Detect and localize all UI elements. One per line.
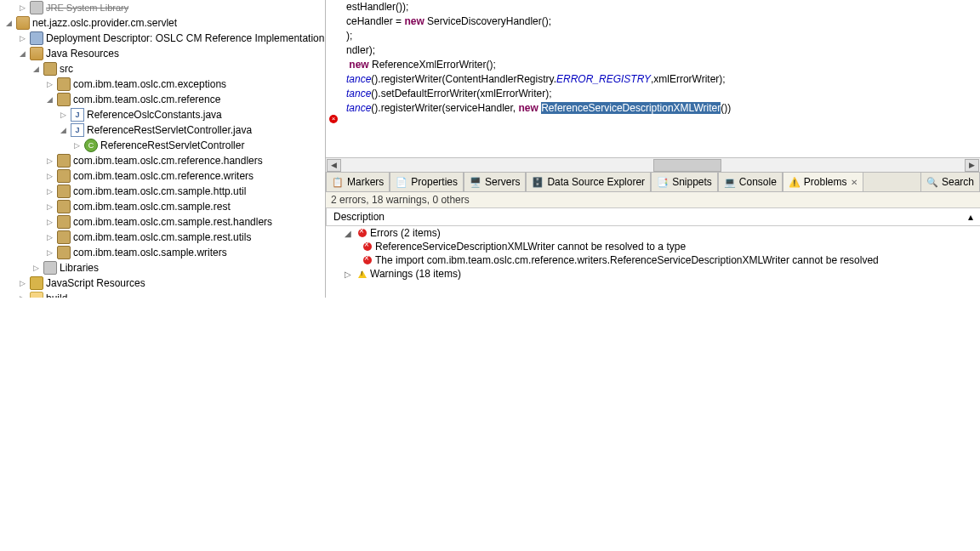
expand-icon[interactable]: ▷ — [44, 171, 54, 181]
tree-label: ReferenceRestServletController — [100, 139, 244, 151]
package-icon — [57, 169, 71, 183]
tree-item-libraries[interactable]: ▷Libraries — [2, 260, 325, 276]
column-label: Description — [333, 211, 385, 223]
expand-icon[interactable]: ▷ — [31, 263, 41, 273]
tab-label: Snippets — [672, 176, 712, 188]
tab-search[interactable]: 🔍Search — [920, 173, 980, 191]
tree-label: com.ibm.team.oslc.cm.reference.writers — [73, 170, 254, 182]
expand-icon[interactable]: ▷ — [44, 202, 54, 212]
tree-item-javafile[interactable]: ◢JReferenceRestServletController.java — [2, 122, 325, 138]
expand-icon[interactable]: ▷ — [17, 3, 27, 13]
servers-icon: 🖥️ — [470, 177, 481, 188]
code-static: tance — [346, 73, 371, 85]
tree-item-jre[interactable]: ▷JRE System Library — [2, 0, 325, 15]
tree-item-project[interactable]: ◢net.jazz.oslc.provider.cm.servlet — [2, 15, 325, 31]
collapse-icon[interactable]: ◢ — [58, 125, 68, 135]
collapse-icon[interactable]: ◢ — [31, 64, 41, 74]
tree-label: Libraries — [60, 262, 99, 274]
tree-item-package[interactable]: ▷com.ibm.team.oslc.cm.exceptions — [2, 77, 325, 92]
code-keyword: new — [404, 15, 424, 27]
package-icon — [57, 246, 71, 259]
horizontal-scrollbar[interactable]: ◀ ▶ — [326, 157, 980, 172]
project-explorer[interactable]: ▷JRE System Library ◢net.jazz.oslc.provi… — [0, 0, 325, 298]
descriptor-icon — [30, 31, 43, 45]
group-label: Errors (2 items) — [370, 227, 441, 239]
tree-item-javares[interactable]: ◢Java Resources — [2, 46, 325, 61]
expand-icon[interactable]: ▷ — [345, 270, 355, 279]
tree-item-class[interactable]: ▷CReferenceRestServletController — [2, 138, 325, 153]
problem-row[interactable]: ReferenceServiceDescriptionXMLWriter can… — [326, 240, 980, 253]
java-file-icon: J — [71, 108, 84, 122]
problems-column-header[interactable]: Description▴ — [326, 207, 980, 226]
tab-label: Search — [942, 176, 974, 188]
expand-icon[interactable]: ▷ — [17, 278, 27, 288]
summary-text: 2 errors, 18 warnings, 0 others — [331, 194, 470, 206]
expand-icon[interactable]: ▷ — [44, 247, 54, 258]
package-icon — [57, 185, 71, 198]
tree-item-src[interactable]: ◢src — [2, 61, 325, 77]
tab-properties[interactable]: 📄Properties — [390, 173, 464, 191]
tree-item-package[interactable]: ▷com.ibm.team.oslc.cm.sample.http.util — [2, 184, 325, 199]
problems-group-errors[interactable]: ◢Errors (2 items) — [326, 226, 980, 240]
problems-list[interactable]: ◢Errors (2 items) ReferenceServiceDescri… — [326, 226, 980, 281]
tab-problems[interactable]: ⚠️Problems✕ — [783, 173, 863, 191]
tree-item-build[interactable]: ▷build — [2, 291, 325, 298]
expand-icon[interactable]: ▷ — [58, 110, 68, 120]
tree-item-package[interactable]: ▷com.ibm.team.oslc.cm.sample.rest.handle… — [2, 214, 325, 230]
tab-markers[interactable]: 📋Markers — [326, 173, 390, 191]
expand-icon[interactable]: ▷ — [44, 217, 54, 227]
tree-item-package[interactable]: ▷com.ibm.team.oslc.cm.sample.rest.utils — [2, 230, 325, 245]
project-icon — [16, 16, 30, 30]
tree-item-package[interactable]: ▷com.ibm.team.oslc.cm.sample.rest — [2, 199, 325, 214]
code-text: ceHandler = — [346, 15, 404, 27]
code-editor[interactable]: × estHandler()); ceHandler = new Service… — [326, 0, 980, 157]
expand-icon[interactable]: ▷ — [44, 156, 54, 166]
markers-icon: 📋 — [332, 177, 344, 188]
code-text: ().setDefaultErrorWriter(xmlErrorWriter)… — [371, 88, 551, 99]
tree-label: JavaScript Resources — [46, 277, 145, 289]
problems-group-warnings[interactable]: ▷Warnings (18 items) — [326, 267, 980, 281]
tree-label: com.ibm.team.oslc.cm.sample.rest — [73, 201, 231, 213]
collapse-icon[interactable]: ◢ — [44, 94, 54, 105]
tab-snippets[interactable]: 📑Snippets — [651, 173, 718, 191]
code-text: ndler); — [346, 44, 375, 56]
problems-summary: 2 errors, 18 warnings, 0 others — [326, 192, 980, 207]
package-icon — [57, 77, 71, 91]
expand-icon[interactable]: ▷ — [44, 186, 54, 196]
tree-item-package[interactable]: ▷com.ibm.team.oslc.cm.reference.writers — [2, 168, 325, 184]
tree-item-package[interactable]: ◢com.ibm.team.oslc.cm.reference — [2, 92, 325, 107]
tab-label: Problems — [804, 176, 847, 188]
expand-icon[interactable]: ▷ — [44, 79, 54, 89]
expand-icon[interactable]: ▷ — [17, 33, 27, 43]
error-marker-icon[interactable]: × — [329, 115, 338, 123]
tree-label: com.ibm.team.oslc.cm.sample.rest.handler… — [73, 216, 272, 228]
tree-item-deploy[interactable]: ▷Deployment Descriptor: OSLC CM Referenc… — [2, 31, 325, 46]
folder-icon — [30, 292, 43, 298]
code-selection: ReferenceServiceDescriptionXMLWriter — [541, 102, 721, 114]
scroll-right-icon[interactable]: ▶ — [965, 159, 979, 172]
expand-icon[interactable]: ▷ — [71, 140, 82, 151]
scrollbar-thumb[interactable] — [653, 159, 721, 172]
scroll-left-icon[interactable]: ◀ — [327, 159, 341, 172]
collapse-icon[interactable]: ◢ — [345, 229, 355, 238]
tree-item-javafile[interactable]: ▷JReferenceOslcConstants.java — [2, 107, 325, 122]
tab-console[interactable]: 💻Console — [718, 173, 783, 191]
search-icon: 🔍 — [926, 177, 938, 188]
console-icon: 💻 — [724, 177, 736, 188]
collapse-icon[interactable]: ◢ — [17, 48, 27, 59]
tree-item-jsres[interactable]: ▷JavaScript Resources — [2, 276, 325, 291]
collapse-icon[interactable]: ◢ — [3, 18, 14, 28]
expand-icon[interactable]: ▷ — [17, 293, 27, 298]
tab-label: Markers — [347, 176, 384, 188]
tab-servers[interactable]: 🖥️Servers — [464, 173, 526, 191]
code-text: estHandler()); — [346, 1, 408, 13]
close-icon[interactable]: ✕ — [851, 178, 858, 187]
tab-dse[interactable]: 🗄️Data Source Explorer — [526, 173, 651, 191]
tree-item-package[interactable]: ▷com.ibm.team.oslc.sample.writers — [2, 245, 325, 260]
tree-item-package[interactable]: ▷com.ibm.team.oslc.cm.reference.handlers — [2, 153, 325, 168]
sort-icon: ▴ — [968, 211, 973, 223]
expand-icon[interactable]: ▷ — [44, 232, 54, 242]
tree-label: com.ibm.team.oslc.cm.reference — [73, 94, 220, 105]
problem-row[interactable]: The import com.ibm.team.oslc.cm.referenc… — [326, 253, 980, 267]
class-icon: C — [84, 139, 98, 152]
